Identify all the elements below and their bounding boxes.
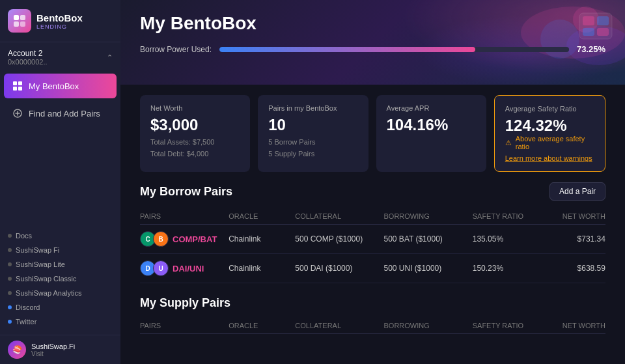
cell-collateral-comp-bat: 500 COMP ($1000) [295,234,383,244]
safety-ratio-value: 124.32% [505,117,594,135]
borrow-pairs-header: My Borrow Pairs Add a Pair [140,182,605,201]
account-name: Account 2 [8,49,48,58]
content-area: My Borrow Pairs Add a Pair PAIRS ORACLE … [120,182,625,347]
svg-rect-7 [18,87,22,91]
borrow-pairs-title: My Borrow Pairs [140,185,232,199]
sushiswap-analytics-dot [8,291,12,295]
stat-net-worth: Net Worth $3,000 Total Assets: $7,500 To… [140,95,250,172]
col-safety-header: SAFETY RATIO [473,212,539,220]
supply-pairs-label: 5 Supply Pairs [268,150,357,158]
token-icon-bat: B [153,231,169,247]
cell-oracle-dai-uni: Chainlink [229,264,295,273]
supply-pairs-title: My Supply Pairs [140,296,230,310]
col-borrowing-header: BORROWING [384,212,473,220]
pairs-value: 10 [268,116,357,134]
warning-header: ⚠ Above average safety ratio [505,135,594,150]
find-pairs-icon [12,107,23,119]
col-networth-header: NET WORTH [539,212,605,220]
sidebar-link-docs[interactable]: Docs [8,229,113,242]
safety-ratio-label: Avgerage Safety Ratio [505,105,594,113]
borrow-power-label: Borrow Power Used: [140,45,212,54]
sushiswap-fi-dot [8,248,12,252]
logo-icon [8,9,31,33]
col-oracle-header: ORACLE [229,212,295,220]
cell-networth-dai-uni: $638.59 [539,264,605,273]
discord-dot [8,305,12,309]
add-pair-button[interactable]: Add a Pair [549,182,605,201]
pair-icons-dai-uni: D U [140,260,169,276]
pair-icons-comp-bat: C B [140,231,169,247]
svg-rect-0 [14,15,19,20]
borrow-pairs-table: PAIRS ORACLE COLLATERAL BORROWING SAFETY… [140,208,605,283]
cell-borrowing-comp-bat: 500 BAT ($1000) [384,234,473,244]
svg-rect-2 [14,21,19,27]
borrow-pair-row-dai-uni[interactable]: D U DAI/UNI Chainlink 500 DAI ($1000) 50… [140,254,605,283]
cell-pair-name-comp-bat: C B COMP/BAT [140,231,229,247]
cell-networth-comp-bat: $731.34 [539,234,605,244]
svg-rect-5 [18,81,22,85]
apr-label: Average APR [387,104,476,112]
supply-col-safety-header: SAFETY RATIO [473,322,539,329]
borrow-power-bar-container [219,47,569,52]
sidebar-link-twitter[interactable]: Twitter [8,315,113,328]
logo-text: BentoBox LENDING [36,12,83,30]
pair-label-comp-bat: COMP/BAT [173,234,217,244]
sushiswap-classic-dot [8,277,12,281]
warning-link[interactable]: Learn more about warnings [505,154,594,162]
token-icon-uni: U [153,260,169,276]
sidebar-link-sushiswap-lite[interactable]: SushiSwap Lite [8,258,113,271]
borrow-power-bar: Borrow Power Used: 73.25% [140,44,605,54]
footer-text-container: SushiSwap.Fi Visit [31,343,75,357]
svg-rect-4 [13,81,17,85]
total-debt-label: Total Debt: $4,000 [150,150,240,158]
supply-col-borrowing-header: BORROWING [384,322,473,329]
nav-my-bentobox-label: My BentoBox [29,81,79,91]
net-worth-value: $3,000 [150,116,240,134]
cell-pair-name-dai-uni: D U DAI/UNI [140,260,229,276]
cell-borrowing-dai-uni: 500 UNI ($1000) [384,264,473,273]
cell-oracle-comp-bat: Chainlink [229,234,295,244]
stat-apr: Average APR 104.16% [376,95,486,172]
twitter-dot [8,320,12,324]
svg-rect-3 [20,21,25,27]
account-section[interactable]: Account 2 0x0000002.. ⌃ [0,42,120,72]
borrow-power-bar-fill [219,47,475,52]
logo-title: BentoBox [36,12,83,23]
logo-subtitle: LENDING [36,23,83,30]
sidebar-link-sushiswap-fi[interactable]: SushiSwap Fi [8,244,113,257]
sushiswap-lite-dot [8,262,12,266]
borrow-pairs-label: 5 Borrow Pairs [268,138,357,146]
nav-my-bentobox[interactable]: My BentoBox [4,74,117,98]
svg-rect-6 [13,87,17,91]
cell-collateral-dai-uni: 500 DAI ($1000) [295,264,383,273]
sidebar-links: Docs SushiSwap Fi SushiSwap Lite SushiSw… [0,223,120,335]
sidebar-link-sushiswap-analytics[interactable]: SushiSwap Analytics [8,287,113,300]
net-worth-label: Net Worth [150,104,240,112]
stat-safety-ratio: Avgerage Safety Ratio 124.32% ⚠ Above av… [494,95,605,172]
pair-label-dai-uni: DAI/UNI [173,264,204,273]
warning-text: Above average safety ratio [516,135,594,150]
sidebar-footer[interactable]: 🍣 SushiSwap.Fi Visit [0,335,120,364]
pairs-label: Pairs in my BentoBox [268,104,357,112]
cell-safety-comp-bat: 135.05% [473,234,539,244]
footer-title: SushiSwap.Fi [31,343,75,350]
col-collateral-header: COLLATERAL [295,212,383,220]
docs-dot [8,234,12,238]
supply-col-oracle-header: ORACLE [229,322,295,329]
supply-col-collateral-header: COLLATERAL [295,322,383,329]
account-address: 0x0000002.. [8,58,48,66]
sidebar-link-sushiswap-classic[interactable]: SushiSwap Classic [8,272,113,285]
sidebar-link-discord[interactable]: Discord [8,301,113,314]
footer-subtitle: Visit [31,350,75,357]
nav-find-add-pairs[interactable]: Find and Add Pairs [4,101,117,126]
bentobox-nav-icon [12,80,23,92]
nav-find-add-pairs-label: Find and Add Pairs [29,109,100,119]
borrow-table-header: PAIRS ORACLE COLLATERAL BORROWING SAFETY… [140,208,605,225]
page-title: My BentoBox [140,13,605,34]
total-assets-label: Total Assets: $7,500 [150,138,240,146]
col-pairs-header: PAIRS [140,212,229,220]
cell-safety-dai-uni: 150.23% [473,264,539,273]
svg-rect-1 [20,15,25,20]
borrow-pair-row-comp-bat[interactable]: C B COMP/BAT Chainlink 500 COMP ($1000) … [140,225,605,254]
account-chevron-icon: ⌃ [107,53,113,62]
